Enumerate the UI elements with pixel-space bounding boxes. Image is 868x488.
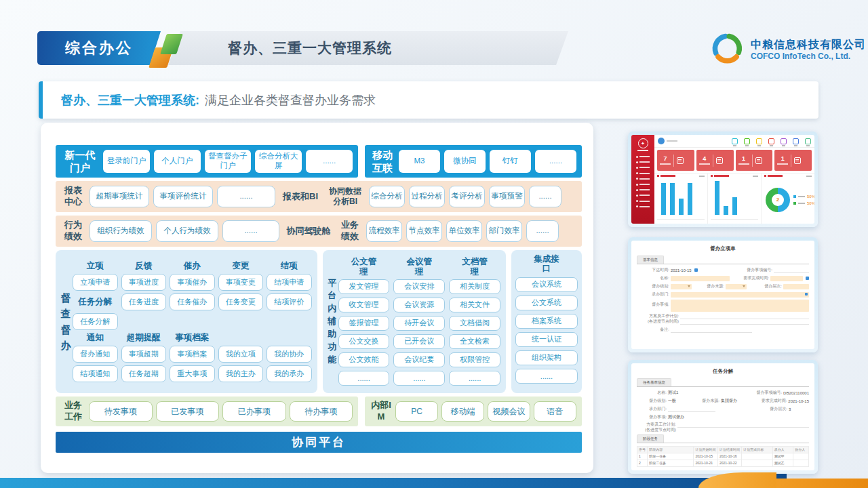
report-item: 事项评价统计 [153,186,213,207]
supervision-panel: 督查督办 立项 反馈 催办 变更 结项 立项申请 事项进度 事项催办 事项变更 … [56,250,317,393]
sup-item: 我的立项 [218,346,264,363]
sup-col-header2: 超期提醒 [121,333,167,343]
aux-item: 会议纪要 [393,352,445,367]
aux-vertical-label: 平台内辅助功能 [326,256,338,388]
aux-item: 公文效能 [338,352,390,367]
platform-row: 协同平台 [56,432,582,453]
aux-item: 待开会议 [393,316,445,331]
intro-accent-bar [39,81,43,119]
stage-task-table: 序号 阶段内容 计划开始时间 计划结束时间 计划完成目标 承办人 协办人 1阶段… [637,446,809,467]
sup-item: 任务变更 [218,293,264,310]
sup-col-header: 反馈 [121,261,167,271]
report-bi-label: 报表和BI [279,191,321,202]
report-label: 报表中心 [61,185,85,208]
bottom-ribbon-orange [741,479,868,488]
bar-chart-2 [708,174,762,224]
integration-panel: 集成接口 会议系统 公文系统 档案系统 统一认证 组织架构 ...... [511,250,582,393]
aux-item: 公文交换 [338,334,390,349]
sup-item: 立项申请 [73,274,118,291]
intro-card: 督办、三重一大管理系统: 满足企业各类督查督办业务需求 [39,81,818,119]
stat-icon [716,157,723,164]
sup-item: 我的协办 [267,346,312,363]
supervision-grid: 立项 反馈 催办 变更 结项 立项申请 事项进度 事项催办 事项变更 结项申请 … [73,256,312,388]
mobile-item: M3 [399,150,440,173]
bizwork-label: 业务工作 [61,400,85,423]
bizperf-item: 单位效率 [446,220,482,242]
stat-card: 7 [657,150,694,171]
im-item: 语音 [534,401,576,422]
quick-icon [756,138,762,144]
stat-card: 1 [774,150,812,171]
portal-band: 新一代门户 登录前门户 个人门户 督查督办子门户 综合分析大屏 ...... [56,145,358,178]
aux-item: 权限管控 [449,352,500,367]
screenshot-form-task-breakdown: 任务分解 任务基本信息 名称: 测试1 督办事项编号: DB202110001 … [628,360,818,474]
sup-col-header2: 通知 [73,333,118,343]
aux-col-header: 公文管理 [351,257,376,277]
bizwork-item: 待办事项 [290,401,353,422]
aux-item: 会议安排 [393,279,445,294]
portal-item: 综合分析大屏 [255,150,302,173]
company-logo: 中粮信息科技有限公司 COFCO InfoTech Co., Ltd. [709,32,866,67]
sup-col-header: 催办 [170,261,215,271]
table-row: 2阶段二任务 2021-10-212021-10-22 测试乙 [637,460,809,466]
dashboard-stat-cards: 7 4 1 1 [654,148,814,173]
bar-chart-1 [654,174,708,224]
sup-item: 我的主办 [218,365,264,382]
screenshot-form-initiation: 督办立项单 基本信息 下达时间: 2021-10-15 督办事项编号: 名称: … [628,237,818,352]
aux-item: 收文管理 [338,298,390,312]
integration-item: 会议系统 [515,277,578,292]
bizperf-item: 部门效率 [486,220,522,242]
sup-item: 结项通知 [73,365,118,382]
report-row: 报表中心 超期事项统计 事项评价统计 ...... 报表和BI 协同数据分析BI… [56,181,582,212]
bizwork-item: 待发事项 [89,401,153,422]
supervision-vertical-label: 督查督办 [59,256,73,388]
sup-item: 任务分解 [73,313,118,330]
dashboard-topbar [654,135,814,148]
sup-item: 事项进度 [121,274,167,291]
mobile-item: 微协同 [444,150,486,173]
sup-item: 我的承办 [267,365,312,382]
bizperf-item: 节点效率 [406,220,442,242]
portal-item: 登录前门户 [103,150,150,173]
portal-item: 个人门户 [154,150,201,173]
quick-icon [744,138,750,144]
company-name-zh: 中粮信息科技有限公司 [751,38,866,52]
sup-col-header: 变更 [218,261,264,271]
aux-item: 签报管理 [338,316,390,331]
report-item-more: ...... [217,186,275,207]
bizperf-item: 流程效率 [366,220,402,242]
aux-item: 发文管理 [338,279,390,294]
mobile-item-more: ...... [535,150,576,173]
donut-chart: 2 50% 50% [762,174,814,224]
bi-item-more: ...... [529,186,561,207]
aux-item: 会议资源 [393,298,445,312]
sup-row-header-task: 任务分解 [73,293,118,310]
quick-icon [781,138,787,144]
form2-tab1: 任务基本信息 [637,378,671,386]
quick-icon [793,138,799,144]
portal-label: 新一代门户 [61,148,99,175]
sup-col-header2: 事项档案 [170,333,215,343]
aux-functions-panel: 平台内辅助功能 公文管理 会议管理 文档管理 发文管理 会议安排 相关制度 收文… [323,250,506,393]
intro-system-name: 督办、三重一大管理系统: [61,92,199,108]
aux-item-more: ...... [338,371,390,386]
sup-item: 事项档案 [170,346,215,363]
stat-icon [794,157,801,164]
page-title: 督办、三重一大管理系统 [228,39,392,58]
mobile-label: 移动互联 [370,148,395,175]
sup-col-header: 立项 [73,261,118,271]
sup-item: 任务催办 [170,293,215,310]
quick-icon [768,138,774,144]
form2-title: 任务分解 [637,368,809,375]
dashboard-sidebar: ✦ [631,135,654,224]
mobile-item: 钉钉 [490,150,531,173]
aux-col-header: 会议管理 [406,257,432,277]
bi-item: 事项预警 [489,186,525,207]
stat-icon [755,157,762,164]
stat-icon [677,157,684,164]
report-item: 超期事项统计 [90,186,149,207]
architecture-diagram: 新一代门户 登录前门户 个人门户 督查督办子门户 综合分析大屏 ...... 移… [41,123,593,473]
im-item: 移动端 [441,401,484,422]
integration-header: 集成接口 [534,254,559,274]
calendar-icon [694,268,698,272]
